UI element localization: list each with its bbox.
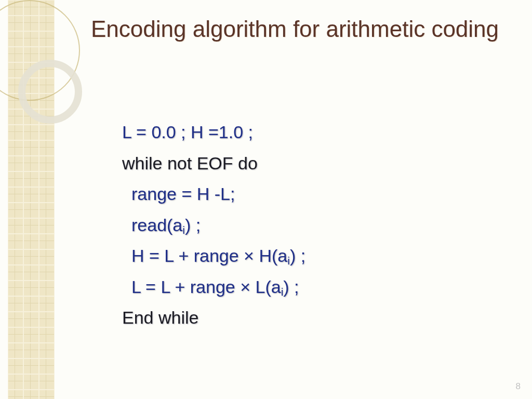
text: End while [122,308,198,327]
text: L = L + range × L(a [131,277,281,297]
text: while not EOF do [122,153,258,173]
slide-body: L = 0.0 ; H =1.0 ; while not EOF do rang… [122,117,501,334]
text: L = 0.0 ; H =1.0 ; [122,122,253,142]
text: range = H -L; [131,184,235,204]
text: ) ; [290,246,305,265]
code-line-2: while not EOF do [122,148,501,179]
page-number: 8 [516,381,521,392]
slide: Encoding algorithm for arithmetic coding… [0,0,532,399]
text: ) ; [283,277,299,297]
code-line-7: End while [122,302,501,334]
text: ) ; [185,215,201,235]
code-line-6: L = L + range × L(ai) ; [122,272,501,303]
slide-title: Encoding algorithm for arithmetic coding [91,16,501,43]
decorative-ring-small [18,60,82,124]
text: H = L + range × H(a [131,246,287,265]
text: read(a [131,215,182,235]
code-line-4: read(ai) ; [122,210,501,241]
code-line-5: H = L + range × H(ai) ; [122,241,501,272]
code-line-3: range = H -L; [122,179,501,210]
code-line-1: L = 0.0 ; H =1.0 ; [122,117,501,148]
